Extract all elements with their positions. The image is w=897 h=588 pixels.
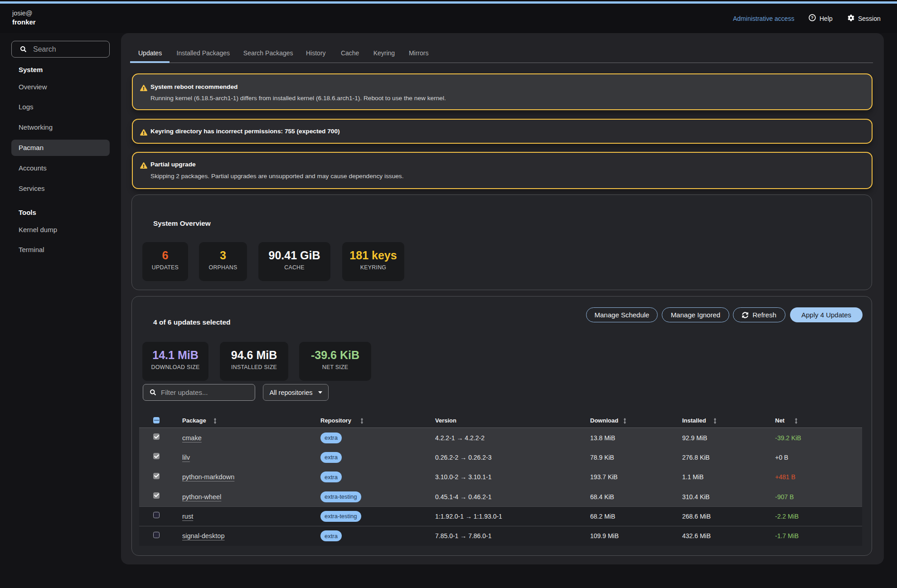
svg-text:?: ? [811,15,814,20]
